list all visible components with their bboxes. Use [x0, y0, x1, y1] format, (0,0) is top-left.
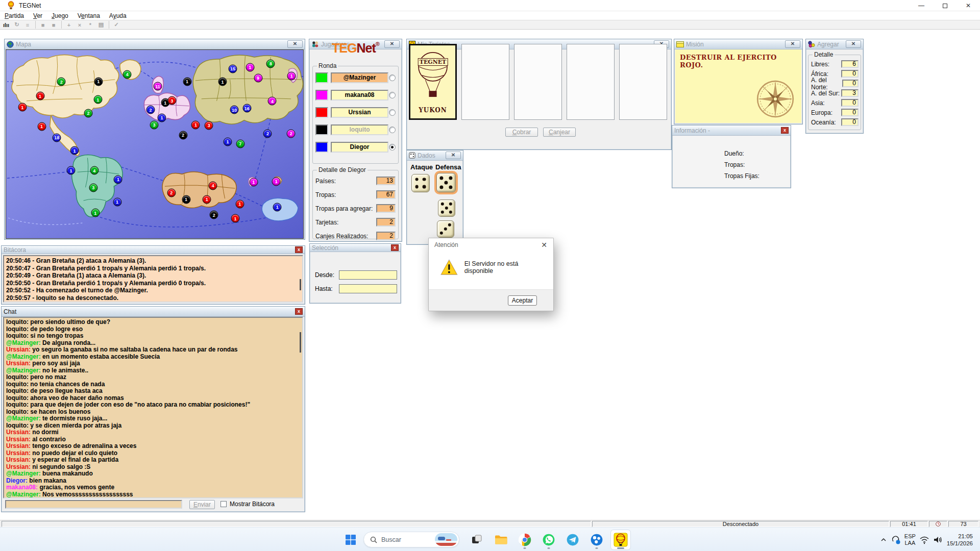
- from-input[interactable]: [339, 270, 397, 280]
- army-marker[interactable]: 1: [18, 103, 27, 112]
- mission-close-icon[interactable]: ✕: [785, 40, 800, 48]
- army-marker[interactable]: 1: [287, 71, 296, 80]
- army-marker[interactable]: 4: [123, 70, 132, 79]
- minimize-button[interactable]: —: [910, 0, 933, 11]
- army-marker[interactable]: 1: [36, 92, 44, 101]
- taskbar-clock[interactable]: 21:05 15/1/2026: [947, 533, 973, 547]
- army-marker[interactable]: 1: [93, 95, 102, 104]
- menu-juego[interactable]: Juego: [47, 12, 73, 19]
- toolbar-regroup-icon[interactable]: *: [85, 20, 95, 29]
- world-map[interactable]: 2111124118111115189111641013213132217214…: [6, 49, 304, 239]
- selection-close-icon[interactable]: x: [391, 244, 399, 251]
- army-marker[interactable]: 1: [224, 137, 232, 146]
- toolbar-refresh-icon[interactable]: ↻: [12, 20, 22, 29]
- volume-icon[interactable]: [933, 535, 943, 544]
- start-button[interactable]: [341, 530, 360, 549]
- army-marker[interactable]: 1: [246, 63, 254, 71]
- language-indicator[interactable]: ESP LAA: [904, 533, 916, 546]
- chrome-button[interactable]: [515, 530, 534, 549]
- army-marker[interactable]: 1: [114, 175, 122, 184]
- army-marker[interactable]: 1: [231, 214, 239, 223]
- sync-tray-icon[interactable]: [891, 535, 901, 545]
- tegnet-taskbar-button[interactable]: [611, 530, 630, 549]
- whatsapp-button[interactable]: [539, 530, 558, 549]
- dialog-titlebar[interactable]: Atención ✕: [429, 238, 553, 252]
- army-marker[interactable]: 11: [153, 82, 162, 91]
- mission-titlebar[interactable]: Misión ✕: [674, 39, 802, 49]
- close-button[interactable]: ✕: [957, 0, 980, 11]
- search-box[interactable]: Buscar: [363, 532, 459, 547]
- army-marker[interactable]: 1: [218, 78, 227, 86]
- army-marker[interactable]: 3: [205, 121, 213, 130]
- log-close-icon[interactable]: x: [295, 246, 303, 253]
- add-titlebar[interactable]: Agregar ✕: [806, 39, 863, 49]
- exchange-cards-button[interactable]: Canjear: [543, 128, 576, 137]
- menu-ayuda[interactable]: Ayuda: [105, 12, 131, 19]
- telegram-button[interactable]: [563, 530, 582, 549]
- army-marker[interactable]: 4: [268, 97, 277, 106]
- chat-close-icon[interactable]: x: [295, 308, 303, 315]
- toolbar-sound-icon[interactable]: ılıı: [1, 20, 11, 29]
- army-marker[interactable]: 1: [183, 77, 191, 86]
- dialog-close-icon[interactable]: ✕: [535, 241, 553, 249]
- army-marker[interactable]: 2: [179, 131, 187, 139]
- maximize-button[interactable]: [933, 0, 957, 11]
- dice-titlebar[interactable]: Dados ✕: [407, 151, 463, 161]
- army-marker[interactable]: 2: [287, 129, 296, 138]
- map-close-icon[interactable]: ✕: [287, 40, 303, 48]
- army-marker[interactable]: 10: [230, 106, 238, 114]
- player-radio[interactable]: [389, 74, 396, 81]
- toolbar-list-icon[interactable]: ≡: [22, 20, 33, 29]
- dice-close-icon[interactable]: ✕: [446, 152, 461, 159]
- chat-send-button[interactable]: Enviar: [189, 500, 215, 509]
- toolbar-end-turn-icon[interactable]: ✓: [111, 20, 121, 29]
- army-marker[interactable]: 9: [254, 73, 262, 82]
- toolbar-attack-icon[interactable]: ×: [75, 20, 85, 29]
- army-marker[interactable]: 15: [228, 64, 237, 73]
- toolbar-pause-icon[interactable]: ■: [48, 20, 59, 29]
- army-marker[interactable]: 4: [209, 181, 217, 190]
- army-marker[interactable]: 1: [203, 195, 211, 204]
- collect-card-button[interactable]: Cobrar: [505, 128, 538, 137]
- toolbar-add-troops-icon[interactable]: +: [64, 20, 74, 29]
- toolbar-stop-icon[interactable]: ■: [38, 20, 48, 29]
- army-marker[interactable]: 1: [272, 177, 281, 186]
- menu-ventana[interactable]: Ventana: [73, 12, 105, 19]
- empty-card-slot[interactable]: [619, 44, 667, 120]
- player-radio[interactable]: [389, 92, 396, 98]
- army-marker[interactable]: 8: [266, 59, 275, 68]
- army-marker[interactable]: 2: [84, 109, 92, 117]
- army-marker[interactable]: 1: [67, 166, 76, 175]
- army-marker[interactable]: 1: [91, 209, 100, 217]
- log-scrollbar[interactable]: [300, 279, 301, 290]
- show-log-checkbox[interactable]: [220, 501, 227, 507]
- empty-card-slot[interactable]: [567, 44, 615, 120]
- army-marker[interactable]: 1: [235, 199, 244, 208]
- army-marker[interactable]: 2: [167, 188, 176, 197]
- log-list[interactable]: 20:50:46 - Gran Bretaña (2) ataca a Alem…: [3, 255, 303, 303]
- army-marker[interactable]: 1: [70, 146, 79, 155]
- army-marker[interactable]: 16: [242, 104, 251, 113]
- army-marker[interactable]: 2: [210, 211, 218, 219]
- army-marker[interactable]: 1: [157, 113, 166, 122]
- army-marker[interactable]: 7: [236, 139, 244, 148]
- chat-titlebar[interactable]: Chat x: [2, 307, 305, 317]
- selection-titlebar[interactable]: Selección x: [310, 244, 401, 252]
- map-titlebar[interactable]: Mapa ✕: [5, 39, 305, 49]
- army-marker[interactable]: 1: [182, 195, 190, 204]
- task-view-button[interactable]: [467, 530, 486, 549]
- player-radio[interactable]: [389, 127, 396, 133]
- army-marker[interactable]: 3: [89, 183, 97, 192]
- log-titlebar[interactable]: Bitácora x: [2, 246, 305, 254]
- army-marker[interactable]: 2: [263, 129, 272, 138]
- to-input[interactable]: [339, 284, 397, 293]
- army-marker[interactable]: 1: [191, 120, 200, 129]
- search-daily-image[interactable]: [435, 533, 457, 546]
- army-marker[interactable]: 1: [273, 203, 282, 211]
- toolbar-cards-icon[interactable]: ▤: [96, 20, 106, 29]
- chat-input[interactable]: [5, 500, 182, 509]
- army-marker[interactable]: 4: [90, 166, 99, 175]
- chat-message-list[interactable]: loquito: pero siendo ultimo de que?loqui…: [3, 317, 303, 498]
- army-marker[interactable]: 3: [167, 96, 176, 105]
- army-marker[interactable]: 1: [249, 178, 258, 186]
